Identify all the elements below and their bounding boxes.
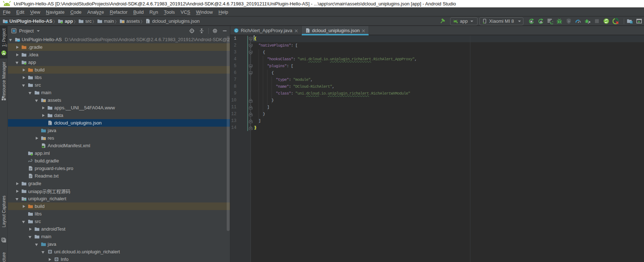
project-tree-scrollbar[interactable]	[227, 36, 230, 231]
tree-expand-arrow-open[interactable]	[9, 38, 13, 42]
breadcrumb-item[interactable]: {..dcloud_uniplugins.json	[145, 18, 200, 24]
menu-navigate[interactable]: Navigate	[43, 8, 67, 16]
menu-code[interactable]: Code	[68, 8, 84, 16]
tree-expand-arrow-closed[interactable]	[22, 205, 26, 208]
menu-refactor[interactable]: Refactor	[107, 8, 130, 16]
tree-row-res[interactable]: res	[8, 134, 230, 142]
tree-expand-arrow-closed[interactable]	[35, 136, 39, 140]
tree-row-uniplugin-hello-as[interactable]: UniPlugin-Hello-ASD:\AndroidStudioProjec…	[8, 36, 230, 43]
tree-expand-arrow-open[interactable]	[16, 61, 19, 64]
build-hammer-icon[interactable]	[439, 18, 445, 25]
locate-file-icon[interactable]	[189, 28, 195, 34]
gradle-sync-icon[interactable]	[603, 18, 609, 25]
stripe-button-structure[interactable]: Structure	[1, 252, 6, 262]
emulator-window-icon[interactable]	[636, 18, 642, 25]
tree-row-src[interactable]: src	[8, 81, 230, 89]
menu-view[interactable]: View	[27, 8, 43, 16]
tree-row-app-iml[interactable]: app.iml	[8, 149, 230, 157]
tree-expand-arrow-closed[interactable]	[16, 53, 19, 57]
tree-row--gradle[interactable]: .gradle	[8, 43, 230, 51]
tree-row-java[interactable]: java	[8, 127, 230, 134]
tree-expand-arrow-closed[interactable]	[22, 68, 26, 72]
breadcrumb-item[interactable]: assets	[119, 18, 140, 24]
tree-expand-arrow-closed[interactable]	[48, 258, 52, 261]
project-panel-title[interactable]: Project	[19, 28, 34, 34]
tree-row-androidtest[interactable]: androidTest	[8, 225, 230, 233]
hide-panel-icon[interactable]	[222, 28, 228, 34]
stripe-button-layout-captures[interactable]: Layout Captures	[1, 196, 6, 227]
tree-expand-arrow-closed[interactable]	[22, 76, 26, 79]
tree-expand-arrow-closed[interactable]	[16, 189, 19, 193]
tree-row-androidmanifest-xml[interactable]: MFAndroidManifest.xml	[8, 142, 230, 149]
tree-expand-arrow-closed[interactable]	[29, 227, 32, 231]
sync-failed-icon[interactable]	[612, 18, 619, 25]
rerun-app-icon[interactable]	[528, 18, 534, 25]
tree-expand-arrow-open[interactable]	[29, 91, 32, 95]
menu-tools[interactable]: Tools	[161, 8, 178, 16]
tree-row-readme-txt[interactable]: Readme.txt	[8, 172, 230, 180]
tree-row-build-gradle[interactable]: build.gradle	[8, 157, 230, 165]
stripe-button-1-project[interactable]: 1: Project	[1, 29, 6, 47]
tab-close-icon[interactable]: ×	[294, 28, 299, 33]
tree-row-app[interactable]: app	[8, 58, 230, 66]
tree-row-main[interactable]: main	[8, 233, 230, 240]
tree-expand-arrow-open[interactable]	[35, 243, 39, 246]
breadcrumb-item[interactable]: app	[58, 18, 73, 24]
tree-expand-arrow-closed[interactable]	[16, 45, 19, 49]
tree-row-build[interactable]: build	[8, 66, 230, 74]
tree-expand-arrow-closed[interactable]	[42, 106, 45, 110]
menu-analyze[interactable]: Analyze	[84, 8, 107, 16]
tree-row-uni-dcloud-io-uniplugin-richalert[interactable]: uni.dcloud.io.uniplugin_richalert	[8, 248, 230, 256]
settings-gear-icon[interactable]	[212, 28, 218, 34]
tree-row-data[interactable]: data	[8, 112, 230, 119]
tree-row-java[interactable]: java	[8, 240, 230, 248]
menu-help[interactable]: Help	[216, 8, 231, 16]
debug-app-icon[interactable]	[556, 18, 562, 25]
tree-expand-arrow-open[interactable]	[22, 220, 26, 223]
module-select[interactable]: app	[450, 17, 478, 25]
tree-expand-arrow-closed[interactable]	[42, 114, 45, 117]
breadcrumb-item[interactable]: UniPlugin-Hello-AS	[3, 18, 52, 24]
stop-icon[interactable]	[593, 18, 600, 25]
menu-vcs[interactable]: VCS	[178, 8, 193, 16]
tree-row-gradle[interactable]: gradle	[8, 180, 230, 187]
tree-row-proguard-rules-pro[interactable]: proguard-rules.pro	[8, 165, 230, 172]
profile-app-shield-icon[interactable]	[565, 18, 572, 25]
apply-code-changes-icon[interactable]	[547, 18, 553, 25]
device-file-explorer-icon[interactable]	[626, 18, 633, 25]
menu-run[interactable]: Run	[147, 8, 161, 16]
tree-expand-arrow-open[interactable]	[29, 235, 32, 239]
editor-tab-richalert-appproxy-java[interactable]: CRichAlert_AppProxy.java×	[230, 26, 302, 35]
tree-expand-arrow-open[interactable]	[22, 83, 26, 87]
code-area[interactable]: { "nativePlugins": [ { "hooksClass": "un…	[251, 35, 644, 262]
menu-edit[interactable]: Edit	[13, 8, 27, 16]
editor-tab-dcloud-uniplugins-json[interactable]: {..dcloud_uniplugins.json×	[302, 26, 369, 35]
breadcrumb-item[interactable]: src	[78, 18, 91, 24]
tree-expand-arrow-open[interactable]	[16, 197, 19, 201]
tree-row-build[interactable]: build	[8, 202, 230, 210]
tree-row--idea[interactable]: .idea	[8, 51, 230, 58]
profiler-gauge-icon[interactable]	[575, 18, 581, 25]
editor[interactable]: 1 2 3 45 6 78910 11 12 13 14	[230, 35, 644, 262]
menu-build[interactable]: Build	[130, 8, 147, 16]
apply-changes-restart-icon[interactable]: A	[537, 18, 544, 25]
tree-expand-arrow-open[interactable]	[42, 250, 45, 254]
attach-debugger-icon[interactable]	[584, 18, 591, 25]
tree-expand-arrow-open[interactable]	[35, 99, 39, 102]
stripe-button-resource-manager[interactable]: Resource Manager	[1, 62, 6, 99]
breadcrumb-item[interactable]: main	[97, 18, 114, 24]
tree-row-uniplugin-richalert[interactable]: uniplugin_richalert	[8, 195, 230, 202]
tree-row-main[interactable]: main	[8, 89, 230, 96]
tree-expand-arrow-closed[interactable]	[16, 182, 19, 185]
tree-row-libs[interactable]: libs	[8, 210, 230, 218]
tree-row-apps-uni-54fa04a-www[interactable]: apps.__UNI__54FA04A.www	[8, 104, 230, 112]
tree-row-src[interactable]: src	[8, 218, 230, 225]
menu-window[interactable]: Window	[193, 8, 216, 16]
tree-row-assets[interactable]: assets	[8, 96, 230, 104]
chevron-down-icon[interactable]	[37, 30, 40, 32]
tree-row-info[interactable]: Info	[8, 256, 230, 262]
tree-row-libs[interactable]: libs	[8, 74, 230, 81]
tree-row-dcloud-uniplugins-json[interactable]: {..dcloud_uniplugins.json	[8, 119, 230, 127]
menu-file[interactable]: File	[0, 8, 13, 16]
tab-close-icon[interactable]: ×	[361, 28, 366, 33]
